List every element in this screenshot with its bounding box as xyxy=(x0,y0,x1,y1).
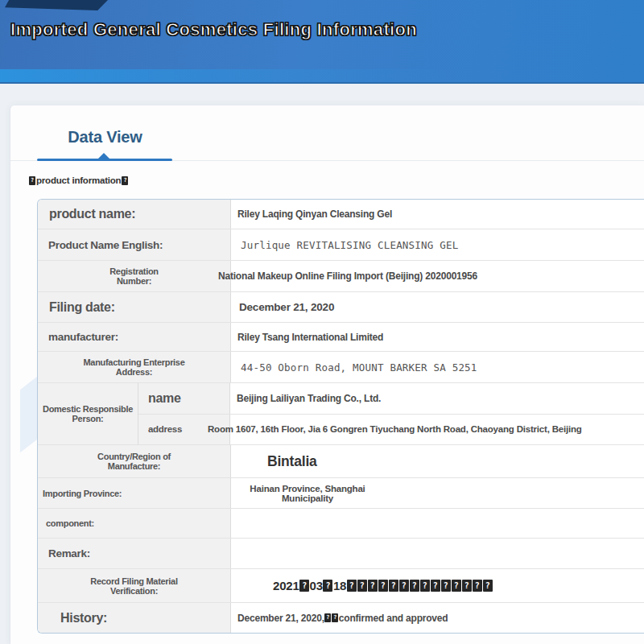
missing-glyph-icon: ? xyxy=(299,580,309,592)
row-label: Country/Region of Manufacture: xyxy=(38,445,231,477)
table-row-manufacturer: manufacturer: Riley Tsang International … xyxy=(38,323,644,352)
row-label: Filing date: xyxy=(38,292,231,322)
missing-glyph-icon: ? xyxy=(452,580,461,592)
missing-glyph-icon: ? xyxy=(347,580,357,592)
missing-glyph-icon: ? xyxy=(324,613,331,622)
missing-glyph-icon: ? xyxy=(323,580,332,592)
missing-glyph-icon: ? xyxy=(441,580,451,592)
table-row-domestic-responsible-person: Domestic Responsible Person: name Beijin… xyxy=(38,383,644,445)
responsible-person-subtable: name Beijing Lailiyan Trading Co., Ltd. … xyxy=(138,383,644,444)
section-heading-product-information: ?product information? xyxy=(29,175,128,185)
text-run: confirmed and approved xyxy=(339,613,448,624)
missing-glyph-icon: ? xyxy=(462,580,472,592)
header-highlight-strip xyxy=(0,69,451,82)
tab-bar: Data View xyxy=(10,105,644,162)
missing-glyph-icon: ? xyxy=(420,580,430,592)
missing-glyph-icon: ? xyxy=(399,580,409,592)
row-label: Remark: xyxy=(38,539,231,568)
table-row-filing-date: Filing date: December 21, 2020 xyxy=(38,292,644,323)
table-row-product-name: product name: Riley Laqing Qinyan Cleans… xyxy=(38,200,644,229)
row-label: product name: xyxy=(38,200,231,229)
product-information-table: product name: Riley Laqing Qinyan Cleans… xyxy=(37,199,644,634)
table-row-component: component: xyxy=(38,509,644,539)
table-row-importing-province: Importing Province: Hainan Province, Sha… xyxy=(38,478,644,509)
row-value: National Makeup Online Filing Import (Be… xyxy=(218,261,644,291)
row-value: Bintalia xyxy=(231,445,644,477)
importing-province-value: Hainan Province, Shanghai Municipality xyxy=(231,484,384,503)
content-panel: Data View ?product information? product … xyxy=(10,105,644,644)
missing-glyph-bracket-icon: ? xyxy=(29,176,35,185)
page-header: Imported General Cosmetics Filing Inform… xyxy=(0,0,644,84)
missing-glyph-icon: ? xyxy=(410,580,419,592)
row-value: Riley Laqing Qinyan Cleansing Gel xyxy=(231,200,644,229)
row-value: Jurlique REVITALISING CLEANSING GEL xyxy=(231,229,644,260)
row-value: December 21, 2020,?? confirmed and appro… xyxy=(231,603,644,633)
sub-row-value: Beijing Lailiyan Trading Co., Ltd. xyxy=(230,383,644,414)
table-row-product-name-english: Product Name English: Jurlique REVITALIS… xyxy=(38,229,644,261)
text-run: 2021 xyxy=(273,579,299,592)
sub-row-name: name Beijing Lailiyan Trading Co., Ltd. xyxy=(138,383,644,415)
row-value: Riley Tsang International Limited xyxy=(231,323,644,351)
text-run: 03 xyxy=(310,579,323,592)
row-label: Record Filing Material Verification: xyxy=(38,569,231,602)
row-value: 44-50 Oborn Road, MOUNT BARKER SA 5251 xyxy=(231,352,644,382)
tab-active-underline xyxy=(37,159,172,161)
row-label: manufacturer: xyxy=(38,323,231,351)
row-label: History: xyxy=(38,603,231,633)
row-label: Domestic Responsible Person: xyxy=(38,383,138,444)
missing-glyph-icon: ? xyxy=(473,580,482,592)
row-value xyxy=(231,509,644,538)
table-row-remark: Remark: xyxy=(38,539,644,569)
missing-glyph-icon: ? xyxy=(378,580,388,592)
page-title: Imported General Cosmetics Filing Inform… xyxy=(10,19,417,40)
table-row-manufacturing-address: Manufacturing Enterprise Address: 44-50 … xyxy=(38,352,644,383)
missing-glyph-icon: ? xyxy=(357,580,367,592)
row-label: Product Name English: xyxy=(38,229,231,260)
table-row-country-of-manufacture: Country/Region of Manufacture: Bintalia xyxy=(38,445,644,478)
section-heading-label: product information xyxy=(36,175,121,185)
missing-glyph-icon: ? xyxy=(332,613,338,622)
missing-glyph-bracket-icon: ? xyxy=(122,176,128,185)
row-value: Hainan Province, Shanghai Municipality xyxy=(231,478,644,508)
missing-glyph-icon: ? xyxy=(431,580,440,592)
missing-glyph-icon: ? xyxy=(483,580,493,592)
missing-glyph-icon: ? xyxy=(368,580,378,592)
table-row-record-filing-verification: Record Filing Material Verification: 202… xyxy=(38,569,644,603)
text-run: December 21, 2020, xyxy=(237,613,324,624)
table-row-registration-number: Registration Number: National Makeup Onl… xyxy=(38,261,644,292)
row-label: Manufacturing Enterprise Address: xyxy=(38,352,231,382)
sub-row-address: address Room 1607, 16th Floor, Jia 6 Gon… xyxy=(138,415,644,445)
row-label: Importing Province: xyxy=(38,478,231,508)
text-run: 18 xyxy=(333,579,346,592)
row-value: 2021?03?18?????????????? xyxy=(231,569,644,602)
sub-row-value: Room 1607, 16th Floor, Jia 6 Gongren Tiy… xyxy=(208,415,644,445)
header-decoration xyxy=(5,0,108,10)
sub-row-label: name xyxy=(138,383,230,414)
row-value xyxy=(231,539,644,568)
row-value: December 21, 2020 xyxy=(231,292,644,322)
row-label: Registration Number: xyxy=(38,261,231,291)
tab-data-view[interactable]: Data View xyxy=(39,128,171,147)
table-row-history: History: December 21, 2020,?? confirmed … xyxy=(38,603,644,633)
missing-glyph-icon: ? xyxy=(389,580,398,592)
row-label: component: xyxy=(38,509,231,538)
